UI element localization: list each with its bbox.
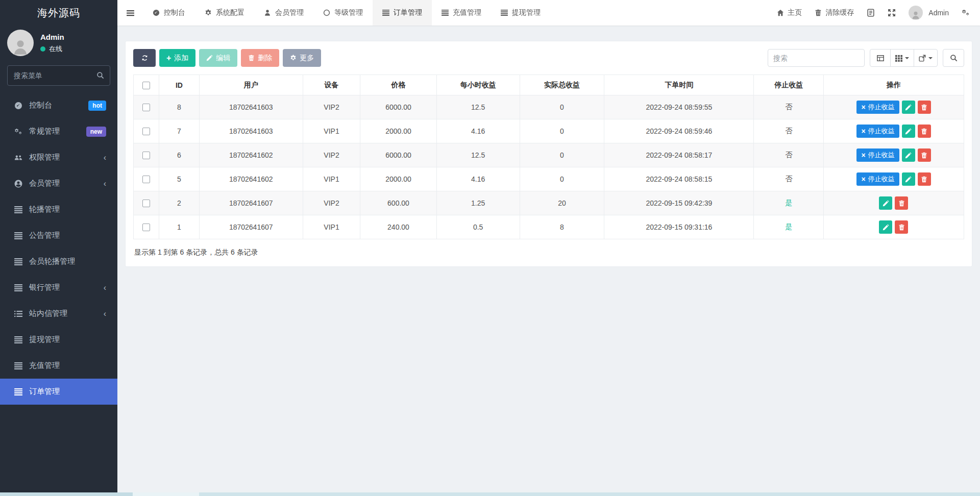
columns-button[interactable] [890, 49, 914, 67]
row-edit-button[interactable] [902, 148, 915, 162]
close-icon [861, 128, 865, 135]
cogs-icon [962, 9, 970, 17]
stop-income-button[interactable]: 停止收益 [856, 148, 899, 162]
tab-recharge[interactable]: 充值管理 [432, 0, 491, 26]
fullscreen-button[interactable] [888, 9, 896, 17]
sidebar-item-general[interactable]: 常规管理 new [0, 118, 117, 144]
detail-view-button[interactable] [870, 49, 891, 67]
tab-system-config[interactable]: 系统配置 [195, 0, 254, 26]
avatar[interactable] [7, 30, 34, 56]
list-icon [14, 362, 22, 370]
row-edit-button[interactable] [879, 196, 892, 210]
list-icon [14, 284, 22, 292]
table-icon [877, 55, 884, 62]
row-delete-button[interactable] [918, 101, 931, 114]
sidebar-item-message[interactable]: 站内信管理 [0, 301, 117, 327]
trash-icon [921, 128, 927, 135]
tab-order[interactable]: 订单管理 [373, 0, 432, 26]
chevron-left-icon [104, 310, 106, 318]
hamburger-icon [127, 9, 134, 17]
new-badge: new [86, 127, 106, 137]
col-user: 用户 [199, 75, 303, 95]
menu-search-input[interactable] [7, 65, 110, 86]
tab-level[interactable]: 等级管理 [313, 0, 373, 26]
sidebar-item-member[interactable]: 会员管理 [0, 170, 117, 196]
scrollbar-thumb[interactable] [133, 492, 199, 496]
dashboard-icon [153, 9, 160, 16]
row-edit-button[interactable] [879, 220, 892, 234]
brand-title: 海外源码 [0, 0, 117, 26]
tab-withdraw[interactable]: 提现管理 [491, 0, 550, 26]
nav-tabs: 控制台 系统配置 会员管理 等级管理 订单管理 充值管理 提现管理 [143, 0, 550, 26]
close-icon [861, 104, 865, 111]
row-delete-button[interactable] [918, 125, 931, 138]
sidebar-menu: 控制台 hot 常规管理 new 权限管理 会员管理 轮播管理 公告管理 [0, 92, 117, 405]
sidebar-item-withdraw[interactable]: 提现管理 [0, 327, 117, 353]
row-checkbox[interactable] [142, 104, 150, 111]
stop-income-button[interactable]: 停止收益 [856, 101, 899, 114]
row-checkbox[interactable] [142, 128, 150, 135]
sidebar-item-bank[interactable]: 银行管理 [0, 275, 117, 301]
row-edit-button[interactable] [902, 125, 915, 138]
language-button[interactable] [867, 9, 875, 17]
refresh-button[interactable] [133, 49, 156, 67]
row-edit-button[interactable] [902, 172, 915, 186]
pencil-icon [883, 224, 889, 231]
trash-icon [921, 104, 927, 111]
table-row: 1 18702641607 VIP1 240.00 0.5 8 2022-09-… [134, 215, 964, 239]
sidebar-item-recharge[interactable]: 充值管理 [0, 353, 117, 379]
table-row: 8 18702641603 VIP2 6000.00 12.5 0 2022-0… [134, 95, 964, 119]
clear-cache-link[interactable]: 清除缓存 [815, 8, 854, 17]
list-icon [14, 258, 22, 266]
trash-icon [815, 9, 822, 16]
sidebar-item-order[interactable]: 订单管理 [0, 379, 117, 405]
table-header-row: ID 用户 设备 价格 每小时收益 实际总收益 下单时间 停止收益 操作 [134, 75, 964, 95]
edit-button[interactable]: 编辑 [199, 49, 237, 67]
row-delete-button[interactable] [895, 220, 908, 234]
list-icon [382, 9, 389, 16]
table-row: 7 18702641603 VIP1 2000.00 4.16 0 2022-0… [134, 119, 964, 143]
col-actions: 操作 [823, 75, 964, 95]
col-time: 下单时间 [604, 75, 754, 95]
search-toggle-button[interactable] [943, 49, 964, 67]
stop-income-button[interactable]: 停止收益 [856, 172, 899, 186]
select-all-checkbox[interactable] [142, 82, 150, 89]
more-button[interactable]: 更多 [283, 49, 321, 67]
row-checkbox[interactable] [142, 200, 150, 207]
sidebar-toggle-button[interactable] [117, 0, 143, 26]
export-button[interactable] [914, 49, 938, 67]
row-delete-button[interactable] [918, 172, 931, 186]
home-link[interactable]: 主页 [777, 8, 802, 17]
online-dot-icon [40, 46, 45, 52]
stop-income-button[interactable]: 停止收益 [856, 125, 899, 138]
settings-button[interactable] [962, 9, 970, 17]
horizontal-scrollbar[interactable] [0, 492, 980, 496]
row-checkbox[interactable] [142, 176, 150, 183]
table-row: 6 18702641602 VIP2 6000.00 12.5 0 2022-0… [134, 143, 964, 167]
sidebar-item-auth[interactable]: 权限管理 [0, 144, 117, 170]
hot-badge: hot [88, 101, 106, 111]
row-delete-button[interactable] [918, 148, 931, 162]
tab-member[interactable]: 会员管理 [254, 0, 313, 26]
sidebar-item-announcement[interactable]: 公告管理 [0, 222, 117, 249]
row-checkbox[interactable] [142, 152, 150, 159]
delete-button[interactable]: 删除 [241, 49, 279, 67]
table-search-input[interactable] [768, 49, 865, 67]
avatar[interactable] [909, 6, 923, 20]
sidebar-item-carousel[interactable]: 轮播管理 [0, 196, 117, 222]
view-button-group [870, 49, 938, 67]
row-edit-button[interactable] [902, 101, 915, 114]
tab-dashboard[interactable]: 控制台 [143, 0, 195, 26]
user-status: 在线 [49, 44, 62, 54]
row-checkbox[interactable] [142, 224, 150, 231]
sidebar-item-dashboard[interactable]: 控制台 hot [0, 92, 117, 118]
user-name: Admin [40, 33, 64, 41]
list-icon [14, 206, 22, 214]
sidebar-item-member-carousel[interactable]: 会员轮播管理 [0, 249, 117, 275]
username[interactable]: Admin [928, 9, 949, 17]
pencil-icon [206, 55, 213, 61]
refresh-icon [141, 55, 148, 61]
trash-icon [898, 224, 905, 231]
row-delete-button[interactable] [895, 196, 908, 210]
add-button[interactable]: + 添加 [159, 49, 195, 67]
